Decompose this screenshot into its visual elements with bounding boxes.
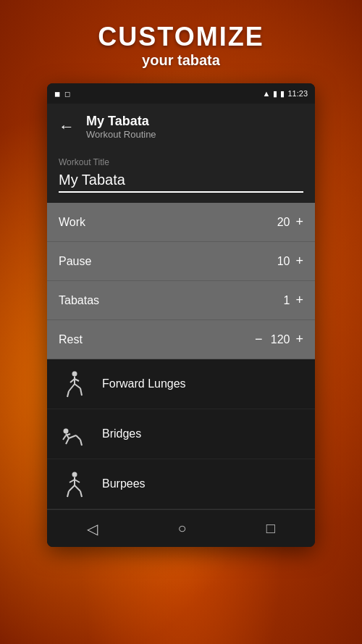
setting-row-rest: Rest − 120 + (47, 320, 315, 359)
app-bar-subtitle: Workout Routine (86, 129, 156, 140)
setting-controls-pause: 10 + (268, 254, 303, 269)
header-section: CUSTOMIZE your tabata (0, 0, 362, 83)
signal-icon: ▮ (273, 89, 277, 99)
exercise-row-lunges[interactable]: Forward Lunges (47, 359, 315, 409)
svg-point-16 (72, 472, 77, 477)
pause-plus-button[interactable]: + (295, 254, 303, 269)
exercise-name-lunges: Forward Lunges (102, 377, 186, 390)
status-right-icons: ▲ ▮ ▮ 11:23 (263, 89, 308, 99)
setting-row-tabatas: Tabatas 1 + (47, 281, 315, 320)
setting-label-pause: Pause (59, 255, 91, 268)
status-left-icons: ◼ ◻ (54, 90, 70, 98)
workout-title-label: Workout Title (59, 157, 303, 167)
exercise-name-bridges: Bridges (102, 427, 141, 440)
nav-back-button[interactable]: ◁ (72, 514, 112, 543)
time-display: 11:23 (287, 89, 308, 98)
setting-value-tabatas: 1 (268, 294, 290, 307)
lunges-icon (59, 368, 90, 400)
workout-title-input[interactable]: My Tabata (59, 172, 303, 193)
image-icon: ◼ (54, 90, 60, 98)
setting-row-work: Work 20 + (47, 203, 315, 242)
svg-line-18 (69, 485, 75, 491)
setting-value-rest: 120 (268, 333, 290, 346)
setting-value-pause: 10 (268, 255, 290, 268)
rest-minus-button[interactable]: − (255, 332, 263, 347)
header-subtitle: your tabata (0, 52, 362, 69)
svg-point-8 (64, 429, 69, 434)
svg-line-19 (75, 485, 80, 491)
app-bar-title-group: My Tabata Workout Routine (86, 114, 156, 140)
svg-line-12 (76, 435, 80, 440)
settings-section: Work 20 + Pause 10 + Tabatas 1 + Rest (47, 203, 315, 359)
workout-title-section: Workout Title My Tabata (47, 150, 315, 203)
svg-line-20 (67, 491, 69, 497)
svg-line-14 (63, 435, 66, 440)
wifi-icon: ▲ (263, 89, 271, 98)
setting-label-work: Work (59, 216, 85, 229)
svg-line-3 (75, 384, 80, 388)
exercise-row-burpees[interactable]: Burpees (47, 459, 315, 509)
calendar-icon: ◻ (64, 90, 70, 98)
rest-plus-button[interactable]: + (295, 332, 303, 347)
svg-line-22 (70, 480, 75, 482)
nav-bar: ◁ ○ □ (47, 509, 315, 547)
tabatas-plus-button[interactable]: + (295, 293, 303, 308)
nav-recents-button[interactable]: □ (252, 514, 290, 543)
app-bar: ← My Tabata Workout Routine (47, 104, 315, 150)
back-button[interactable]: ← (59, 119, 75, 135)
status-bar: ◼ ◻ ▲ ▮ ▮ 11:23 (47, 83, 315, 104)
svg-point-0 (72, 372, 77, 377)
app-bar-title: My Tabata (86, 114, 156, 129)
setting-label-tabatas: Tabatas (59, 294, 99, 307)
phone-frame: ◼ ◻ ▲ ▮ ▮ 11:23 ← My Tabata Workout Rout… (47, 83, 315, 547)
svg-line-23 (75, 480, 80, 482)
svg-line-5 (80, 388, 82, 396)
exercise-section: Forward Lunges Bridges (47, 359, 315, 509)
setting-row-pause: Pause 10 + (47, 242, 315, 281)
burpees-icon (59, 468, 90, 500)
exercise-row-bridges[interactable]: Bridges (47, 409, 315, 459)
nav-home-button[interactable]: ○ (163, 514, 201, 543)
customize-title: CUSTOMIZE (0, 22, 362, 52)
setting-label-rest: Rest (59, 333, 83, 346)
svg-line-21 (80, 491, 82, 497)
setting-controls-work: 20 + (268, 214, 303, 230)
battery-icon: ▮ (280, 89, 285, 99)
work-plus-button[interactable]: + (295, 214, 303, 230)
exercise-name-burpees: Burpees (102, 477, 146, 490)
svg-line-11 (69, 435, 76, 438)
svg-line-4 (67, 391, 69, 397)
svg-line-13 (80, 440, 82, 446)
setting-controls-tabatas: 1 + (268, 293, 303, 308)
svg-line-10 (66, 438, 69, 444)
svg-line-2 (69, 384, 75, 391)
bridges-icon (59, 418, 90, 450)
setting-value-work: 20 (268, 216, 290, 229)
setting-controls-rest: − 120 + (255, 332, 303, 347)
